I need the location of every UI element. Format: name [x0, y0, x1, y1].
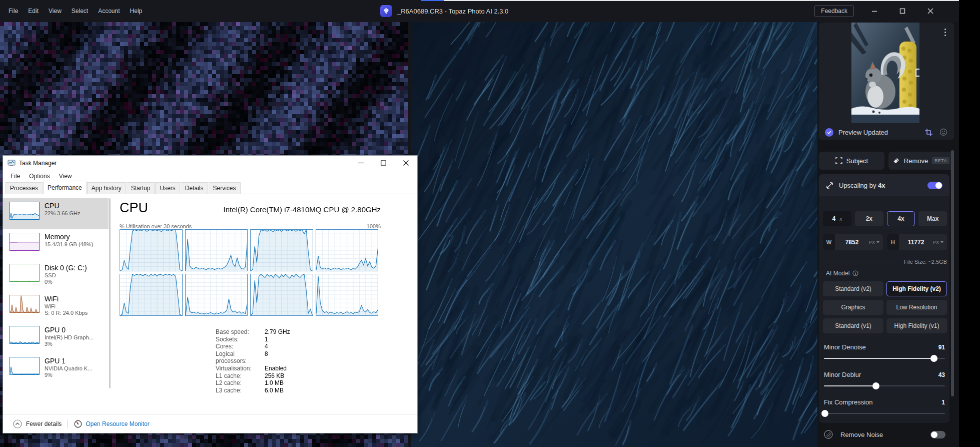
upscale-arrows-icon: [826, 182, 833, 189]
sidebar-item-cpu[interactable]: CPU22% 3.66 GHz: [3, 198, 109, 229]
slider-knob[interactable]: [821, 410, 828, 417]
right-panel: Preview Updated Subject Remove BETA: [817, 22, 959, 447]
tm-performance-sidebar: CPU22% 3.66 GHz Memory15.4/31.9 GB (48%)…: [3, 198, 109, 414]
tab-performance[interactable]: Performance: [43, 181, 87, 194]
ai-model-low-resolution[interactable]: Low Resolution: [886, 300, 947, 315]
footer-separator: [68, 419, 68, 428]
cpu-panel-title: CPU: [120, 200, 148, 216]
ai-model-graphics[interactable]: Graphics: [823, 300, 883, 315]
menu-file[interactable]: File: [4, 6, 23, 17]
scale-max-button[interactable]: Max: [918, 211, 947, 226]
app-menubar: File Edit View Select Account Help: [4, 0, 147, 22]
subject-button[interactable]: Subject: [819, 152, 884, 170]
slider-value: 91: [938, 344, 945, 351]
chart-max-label: 100%: [367, 223, 381, 229]
window-title-area: _R6A0689.CR3 - Topaz Photo AI 2.3.0: [380, 0, 508, 22]
sidebar-item-gpu0[interactable]: GPU 0Intel(R) HD Graph...3%: [3, 322, 109, 353]
tab-app-history[interactable]: App history: [87, 182, 126, 194]
slider-knob[interactable]: [930, 355, 937, 362]
disk-mini-chart: [10, 264, 40, 282]
tm-menu-view[interactable]: View: [55, 171, 77, 181]
slider-value: 43: [938, 371, 945, 378]
slider-knob[interactable]: [872, 382, 879, 389]
feedback-button[interactable]: Feedback: [814, 5, 854, 17]
core-chart: [185, 229, 248, 271]
tm-menu-file[interactable]: File: [6, 171, 25, 181]
info-icon[interactable]: [852, 270, 858, 276]
upscaling-toggle[interactable]: [927, 182, 942, 189]
beta-badge: BETA: [932, 157, 949, 164]
image-thumbnail[interactable]: [851, 23, 919, 123]
tm-titlebar[interactable]: Task Manager: [3, 156, 417, 170]
tab-details[interactable]: Details: [181, 182, 208, 194]
width-field[interactable]: W 7852 PX: [823, 234, 883, 250]
panel-scrollbar[interactable]: [951, 150, 954, 396]
menu-account[interactable]: Account: [94, 6, 124, 17]
tools-row: Subject Remove BETA: [819, 152, 954, 170]
close-button[interactable]: [923, 4, 938, 19]
tab-startup[interactable]: Startup: [127, 182, 155, 194]
minor-deblur-slider: Minor Deblur43: [824, 368, 945, 395]
sidebar-item-wifi[interactable]: WiFiWiFiS: 0 R: 24.0 Kbps: [3, 291, 109, 322]
scale-2x-button[interactable]: 2x: [855, 211, 883, 226]
custom-scale-input[interactable]: 4x: [823, 211, 851, 226]
desktop: File Edit View Select Account Help _R6A0…: [0, 0, 980, 447]
remove-noise-toggle[interactable]: [930, 431, 945, 438]
core-chart: [316, 229, 379, 271]
sidebar-item-memory[interactable]: Memory15.4/31.9 GB (48%): [3, 229, 109, 260]
tm-maximize-button[interactable]: [372, 156, 395, 170]
per-core-chart-grid: [120, 229, 378, 316]
tab-processes[interactable]: Processes: [6, 182, 43, 194]
tm-tab-bar: Processes Performance App history Startu…: [3, 182, 417, 194]
crop-icon[interactable]: [923, 127, 934, 138]
ai-model-grid: Standard (v2) High Fidelity (v2) Graphic…: [823, 281, 947, 333]
tm-minimize-button[interactable]: [350, 156, 372, 170]
tab-users[interactable]: Users: [155, 182, 180, 194]
thumbnail-menu-icon[interactable]: [944, 29, 946, 36]
ai-model-standard-v1[interactable]: Standard (v1): [823, 318, 883, 333]
file-size-row: File Size: ~2.5GB: [823, 258, 947, 265]
sidebar-item-gpu1[interactable]: GPU 1NVIDIA Quadro K...9%: [3, 353, 109, 384]
upscaling-card: Upscaling by 4x 4x 2x 4x Max W 7852 PX H: [819, 174, 949, 423]
scale-4x-button[interactable]: 4x: [887, 211, 915, 226]
tm-menu-options[interactable]: Options: [25, 171, 54, 181]
tm-close-button[interactable]: [395, 156, 417, 170]
core-chart: [120, 229, 183, 271]
tm-menubar: File Options View: [3, 170, 417, 182]
scale-options-row: 4x 2x 4x Max: [823, 211, 947, 226]
height-field[interactable]: H 11772 PX: [887, 234, 947, 250]
tab-services[interactable]: Services: [209, 182, 241, 194]
maximize-button[interactable]: [895, 4, 910, 19]
topaz-logo-icon: [380, 5, 392, 17]
sliders-section: Minor Denoise91 Minor Deblur43 Fix Compr…: [824, 340, 945, 423]
remove-noise-icon: [823, 429, 833, 439]
ai-model-label: AI Model: [826, 270, 858, 277]
feedback-smiley-icon[interactable]: [938, 127, 949, 138]
chart-caption-row: % Utilisation over 30 seconds 100%: [120, 223, 381, 229]
core-chart: [185, 274, 248, 316]
minimize-button[interactable]: [867, 4, 882, 19]
ai-model-high-fidelity-v1[interactable]: High Fidelity (v1): [886, 318, 947, 333]
task-manager-icon: [8, 159, 16, 167]
cpu-mini-chart: [10, 202, 40, 220]
remove-button[interactable]: Remove BETA: [888, 152, 954, 170]
chevron-up-circle-icon: [13, 419, 22, 428]
sidebar-item-disk[interactable]: Disk 0 (G: C:)SSD0%: [3, 260, 109, 291]
ai-model-standard-v2[interactable]: Standard (v2): [823, 281, 883, 296]
zoom-region-indicator[interactable]: [915, 69, 919, 77]
upscaling-factor: 4x: [878, 182, 885, 189]
fewer-details-button[interactable]: Fewer details: [13, 419, 62, 428]
after-pane-enhanced-image[interactable]: [411, 22, 817, 447]
open-resource-monitor-link[interactable]: Open Resource Monitor: [74, 420, 149, 428]
ai-model-high-fidelity-v2[interactable]: High Fidelity (v2): [886, 281, 947, 296]
tm-sidebar-scrollbar[interactable]: [109, 198, 111, 388]
menu-select[interactable]: Select: [67, 6, 93, 17]
core-chart: [120, 274, 183, 316]
cpu-details-list: Base speed:2.79 GHz Sockets:1 Cores:4 Lo…: [216, 328, 381, 394]
tm-cpu-panel: CPU Intel(R) Core(TM) i7-4810MQ CPU @ 2.…: [120, 194, 381, 414]
menu-view[interactable]: View: [44, 6, 66, 17]
app-titlebar: File Edit View Select Account Help _R6A0…: [0, 0, 959, 22]
menu-edit[interactable]: Edit: [24, 6, 43, 17]
eraser-icon: [893, 157, 900, 164]
menu-help[interactable]: Help: [126, 6, 147, 17]
